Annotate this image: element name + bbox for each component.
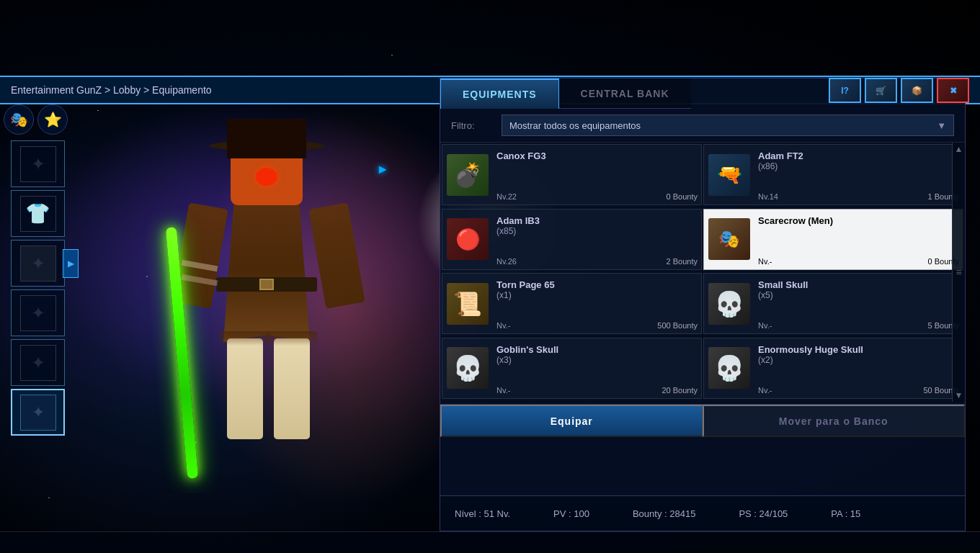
item-qty: (x1) <box>496 290 698 300</box>
item-info: Adam IB3 (x85) Nv.26 2 Bounty <box>493 210 701 269</box>
slot-chest[interactable]: ✦ ▶ <box>11 240 65 287</box>
adam-ib3-icon: 🔴 <box>447 218 489 260</box>
item-qty: (x86) <box>758 161 959 171</box>
panel-toggle-arrow[interactable]: ▶ <box>63 249 79 278</box>
help-button[interactable]: I? <box>829 78 861 103</box>
item-canox-fg3[interactable]: 💣 Canox FG3 Nv.22 0 Bounty <box>442 144 702 205</box>
close-button[interactable]: ✖ <box>937 78 969 103</box>
item-bounty: 20 Bounty <box>662 386 698 395</box>
item-scrollbar[interactable]: ▲ ≡ ▼ <box>952 143 965 402</box>
storage-button[interactable]: 📦 <box>901 78 933 103</box>
slot-legs[interactable]: ✦ <box>11 289 65 336</box>
item-name: Scarecrow (Men) <box>758 215 959 226</box>
scroll-up-arrow[interactable]: ▲ <box>955 144 963 154</box>
action-bar: Equipar Mover para o Banco <box>440 404 965 436</box>
tab-central-bank[interactable]: Central Bank <box>559 78 691 109</box>
item-info: Goblin's Skull (x3) Nv.- 20 Bounty <box>493 338 701 398</box>
item-info: Torn Page 65 (x1) Nv.- 500 Bounty <box>493 274 701 333</box>
filter-label: Filtro: <box>451 120 494 131</box>
item-info: Adam FT2 (x86) Nv.14 1 Bounty <box>754 145 963 204</box>
filter-bar: Filtro: Mostrar todos os equipamentos ▼ <box>440 109 965 143</box>
equipment-panel: Equipments Central Bank Filtro: Mostrar … <box>440 78 966 503</box>
tab-equipments[interactable]: Equipments <box>440 78 559 109</box>
item-name: Torn Page 65 <box>496 279 698 290</box>
slot-shirt[interactable]: 👕 <box>11 190 65 237</box>
status-bar: Nível : 51 Nv. PV : 100 Bounty : 28415 P… <box>440 495 966 531</box>
item-small-skull[interactable]: 💀 Small Skull (x5) Nv.- 5 Bounty <box>703 273 963 334</box>
item-icon-area: 🔴 <box>442 210 493 269</box>
item-name: Adam IB3 <box>496 215 698 226</box>
scroll-down-arrow[interactable]: ▼ <box>955 390 963 400</box>
item-qty: (x3) <box>496 355 698 365</box>
item-qty: (x85) <box>496 226 698 236</box>
canox-icon: 💣 <box>447 154 489 196</box>
character-display-area: ► <box>101 104 432 493</box>
item-info: Scarecrow (Men) Nv.- 0 Bounty <box>754 210 963 269</box>
bottom-bar <box>0 531 980 553</box>
item-level: Nv.26 <box>496 257 517 266</box>
slot-feet[interactable]: ✦ <box>11 339 65 386</box>
item-level: Nv.22 <box>496 192 517 201</box>
item-bounty: 2 Bounty <box>667 257 698 266</box>
item-icon-area: 💀 <box>704 338 754 398</box>
item-icon-area: 📜 <box>442 274 493 333</box>
scroll-middle-indicator: ≡ <box>956 266 961 278</box>
item-huge-skull[interactable]: 💀 Enormously Huge Skull (x2) Nv.- 50 Bou… <box>703 338 963 399</box>
slot-head[interactable]: ✦ <box>11 140 65 187</box>
item-qty: (x2) <box>758 355 959 365</box>
item-grid: 💣 Canox FG3 Nv.22 0 Bounty 🔫 <box>440 143 965 402</box>
shop-button[interactable]: 🛒 <box>865 78 897 103</box>
small-skull-icon: 💀 <box>708 283 750 325</box>
top-right-buttons: I? 🛒 📦 ✖ <box>829 78 969 103</box>
stat-ps: PS : 24/105 <box>739 508 788 519</box>
item-icon-area: 💀 <box>442 338 493 398</box>
item-level: Nv.14 <box>758 192 778 201</box>
breadcrumb: Entertainment GunZ > Lobby > Equipamento <box>11 84 212 96</box>
item-level: Nv.- <box>758 257 772 266</box>
stat-pv: PV : 100 <box>553 508 589 519</box>
stat-nivel: Nível : 51 Nv. <box>455 508 510 519</box>
item-info: Enormously Huge Skull (x2) Nv.- 50 Bount… <box>754 338 963 398</box>
left-panel: 🎭 ⭐ ✦ 👕 ✦ ▶ ✦ <box>4 104 97 515</box>
equip-button[interactable]: Equipar <box>440 405 703 437</box>
item-name: Canox FG3 <box>496 150 698 161</box>
stat-pa: PA : 15 <box>831 508 860 519</box>
item-info: Canox FG3 Nv.22 0 Bounty <box>493 145 701 204</box>
item-level: Nv.- <box>758 386 772 395</box>
equipment-slots: ✦ 👕 ✦ ▶ ✦ ✦ <box>11 140 97 436</box>
item-bounty: 500 Bounty <box>657 321 698 330</box>
item-name: Small Skull <box>758 279 959 290</box>
item-level: Nv.- <box>496 386 510 395</box>
item-bounty: 0 Bounty <box>667 192 698 201</box>
stat-bounty: Bounty : 28415 <box>633 508 695 519</box>
item-torn-page[interactable]: 📜 Torn Page 65 (x1) Nv.- 500 Bounty <box>442 273 702 334</box>
avatar-icons: 🎭 ⭐ <box>4 104 97 135</box>
huge-skull-icon: 💀 <box>708 347 750 389</box>
goblins-skull-icon: 💀 <box>447 347 489 389</box>
avatar-icon-main[interactable]: 🎭 <box>4 104 34 135</box>
filter-value: Mostrar todos os equipamentos <box>509 120 641 131</box>
adam-ft2-icon: 🔫 <box>708 154 750 196</box>
item-goblins-skull[interactable]: 💀 Goblin's Skull (x3) Nv.- 20 Bounty <box>442 338 702 399</box>
item-icon-area: 🎭 <box>704 210 754 269</box>
item-icon-area: 🔫 <box>704 145 754 204</box>
filter-select[interactable]: Mostrar todos os equipamentos ▼ <box>502 114 954 136</box>
item-level: Nv.- <box>758 321 772 330</box>
torn-page-icon: 📜 <box>447 283 489 325</box>
item-info: Small Skull (x5) Nv.- 5 Bounty <box>754 274 963 333</box>
avatar-icon-secondary[interactable]: ⭐ <box>37 104 68 135</box>
move-to-bank-button[interactable]: Mover para o Banco <box>703 405 966 437</box>
item-name: Goblin's Skull <box>496 344 698 355</box>
scarecrow-icon: 🎭 <box>708 218 750 260</box>
item-icon-area: 💣 <box>442 145 493 204</box>
slot-weapon[interactable]: ✦ <box>11 389 65 436</box>
item-name: Enormously Huge Skull <box>758 344 959 355</box>
item-adam-ft2[interactable]: 🔫 Adam FT2 (x86) Nv.14 1 Bounty <box>703 144 963 205</box>
filter-dropdown-arrow: ▼ <box>937 120 946 131</box>
item-adam-ib3[interactable]: 🔴 Adam IB3 (x85) Nv.26 2 Bounty <box>442 209 702 270</box>
item-level: Nv.- <box>496 321 510 330</box>
item-scarecrow[interactable]: 🎭 Scarecrow (Men) Nv.- 0 Bounty <box>703 209 963 270</box>
item-icon-area: 💀 <box>704 274 754 333</box>
item-name: Adam FT2 <box>758 150 959 161</box>
item-qty: (x5) <box>758 290 959 300</box>
